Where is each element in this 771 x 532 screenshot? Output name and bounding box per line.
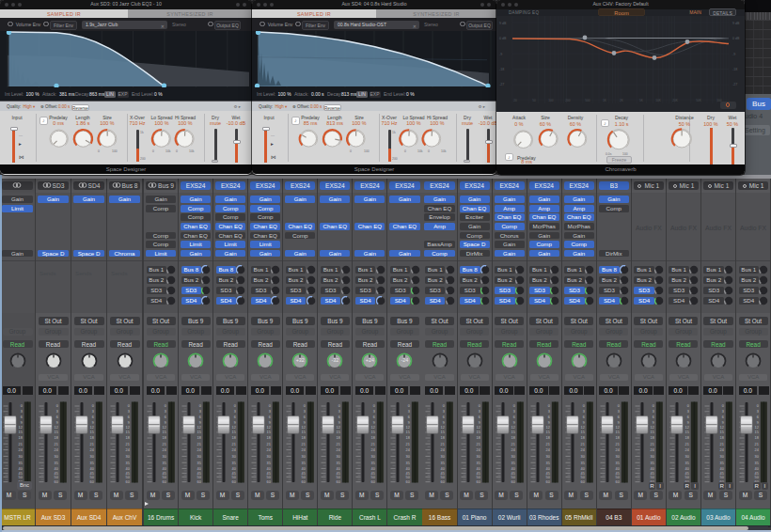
svg-text:-27: -27 (499, 83, 504, 86)
svg-text:500: 500 (585, 99, 590, 102)
svg-text:-9: -9 (732, 53, 735, 56)
svg-text:2K: 2K (620, 99, 624, 102)
svg-text:-18: -18 (732, 68, 737, 71)
svg-text:-18: -18 (499, 68, 504, 71)
svg-text:200: 200 (565, 99, 571, 102)
svg-text:50: 50 (532, 99, 536, 102)
svg-text:0 dB: 0 dB (499, 37, 507, 40)
svg-text:20: 20 (513, 99, 517, 102)
svg-text:5K: 5K (639, 99, 644, 102)
svg-text:1K: 1K (603, 99, 607, 102)
svg-text:0 dB: 0 dB (732, 37, 740, 40)
svg-text:9 dB: 9 dB (499, 22, 507, 25)
svg-text:-27: -27 (732, 83, 737, 86)
svg-text:9 dB: 9 dB (732, 22, 740, 25)
svg-text:10K: 10K (655, 99, 662, 102)
svg-text:-9: -9 (499, 53, 502, 56)
svg-text:100: 100 (548, 99, 554, 102)
svg-text:20K: 20K (672, 99, 679, 102)
svg-text:50K: 50K (696, 99, 702, 102)
